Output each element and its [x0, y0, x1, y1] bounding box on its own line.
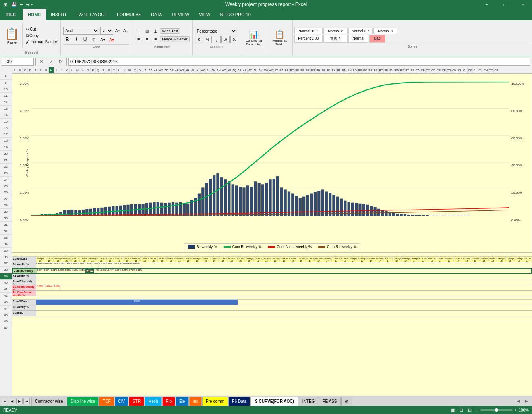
normal-12-2-style[interactable]: Normal 12 2 — [294, 28, 323, 34]
accounting-btn[interactable]: $ — [195, 36, 203, 43]
tab-integ[interactable]: INTEG — [299, 397, 319, 406]
format-painter-button[interactable]: 🖌 Format Painter — [24, 39, 59, 44]
borders-button[interactable]: ⊞ — [90, 35, 98, 44]
sheet-scroll-next[interactable]: ▶ — [16, 398, 23, 404]
zoom-minus-btn[interactable]: − — [476, 408, 479, 412]
bad-style[interactable]: Bad — [369, 35, 385, 43]
undo-qat-btn[interactable]: ↩ — [19, 2, 24, 7]
normal-style[interactable]: Normal — [348, 35, 368, 43]
col-header-AI: AI — [190, 67, 195, 73]
merge-center-btn[interactable]: Merge & Center — [160, 36, 190, 42]
view-tab[interactable]: VIEW — [194, 9, 215, 20]
insert-function-btn[interactable]: fx — [57, 58, 65, 66]
increase-font-btn[interactable]: A↑ — [114, 27, 121, 34]
tab-contractor-wise[interactable]: Contractor wise — [31, 397, 66, 406]
align-right-btn[interactable]: ≡ — [151, 35, 159, 43]
comma-btn[interactable]: , — [213, 36, 221, 43]
col-header-AN: AN — [216, 67, 221, 73]
font-size-select[interactable]: 7 — [100, 27, 113, 35]
tab-dispiline-wise[interactable]: Dispiline wise — [67, 397, 99, 406]
normal-2-7-style[interactable]: Normal 2 7 — [348, 28, 373, 34]
zoom-plus-btn[interactable]: + — [514, 408, 517, 412]
normal-8-style[interactable]: Normal 8 — [373, 28, 397, 34]
tab-mech[interactable]: Mech — [145, 397, 161, 406]
redo-qat-btn[interactable]: ↪ — [25, 2, 30, 7]
zoom-control[interactable]: − + 100% — [476, 408, 529, 412]
decrease-font-btn[interactable]: A↓ — [122, 27, 129, 34]
scroll-right-btn[interactable]: ► — [524, 398, 529, 404]
sheet-scroll-prev[interactable]: ◀ — [9, 398, 15, 404]
align-bottom-btn[interactable]: ⊥ — [151, 27, 159, 35]
align-left-btn[interactable]: ≡ — [135, 35, 143, 43]
sheet-scroll-last[interactable]: ⇥ — [23, 398, 30, 404]
col-header-AP: AP — [227, 67, 232, 73]
col-header-AB: AB — [153, 67, 159, 73]
fill-color-button[interactable]: A▾ — [99, 35, 107, 44]
cut-button[interactable]: ✂ Cut — [24, 27, 59, 32]
underline-button[interactable]: U — [81, 35, 89, 44]
view-page-layout-btn[interactable]: ⊟ — [460, 408, 463, 413]
nitro-tab[interactable]: NITRO PRO 10 — [215, 9, 255, 20]
cancel-formula-btn[interactable]: ✕ — [37, 58, 46, 66]
decrease-decimal-btn[interactable]: 0. — [230, 36, 238, 43]
tab-tcf[interactable]: TCF — [99, 397, 114, 406]
row-num-46: 46 — [0, 318, 12, 325]
align-top-btn[interactable]: ⊤ — [135, 27, 143, 35]
minimize-btn[interactable]: − — [478, 0, 496, 9]
tab-str[interactable]: STR — [129, 397, 144, 406]
paste-button[interactable]: 📋 Paste — [2, 23, 23, 48]
file-tab[interactable]: FILE — [0, 9, 23, 20]
tab-pip[interactable]: Pip — [162, 397, 175, 406]
svg-rect-114 — [433, 216, 436, 216]
svg-rect-52 — [201, 187, 204, 216]
add-sheet-btn[interactable]: ⊕ — [341, 397, 352, 406]
tab-p6-data[interactable]: P6 Data — [228, 397, 250, 406]
normal-cn-style[interactable]: 常规 2 — [323, 35, 348, 43]
col-header-BP: BP — [358, 67, 363, 73]
y-left-5: 5.00% — [20, 82, 29, 85]
increase-decimal-btn[interactable]: .0 — [221, 36, 230, 43]
tab-civ[interactable]: CIV — [115, 397, 129, 406]
maximize-btn[interactable]: □ — [496, 0, 514, 9]
bold-button[interactable]: B — [63, 35, 71, 44]
align-middle-btn[interactable]: ⊟ — [143, 27, 151, 35]
qat-dropdown[interactable]: ▾ — [31, 2, 33, 6]
tab-precomm[interactable]: Pre-comm — [202, 397, 228, 406]
scroll-left-btn[interactable]: ◄ — [516, 398, 521, 404]
row-num-17: 17 — [0, 131, 12, 138]
sheet-scroll-first[interactable]: ⇤ — [2, 398, 8, 404]
align-center-btn[interactable]: ≡ — [143, 35, 151, 43]
tab-ele[interactable]: Ele — [176, 397, 188, 406]
row-num-19: 19 — [0, 144, 12, 151]
italic-button[interactable]: I — [72, 35, 80, 44]
tab-re-ass[interactable]: RE ASS — [319, 397, 340, 406]
review-tab[interactable]: REVIEW — [167, 9, 194, 20]
confirm-formula-btn[interactable]: ✓ — [47, 58, 55, 66]
svg-rect-82 — [314, 192, 317, 216]
format-as-table-btn[interactable]: 📋 Format as Table — [269, 29, 291, 47]
name-box[interactable] — [2, 58, 34, 66]
percent-2-33-style[interactable]: Percent 2 33 — [294, 35, 323, 43]
close-btn[interactable]: × — [514, 0, 532, 9]
copy-button[interactable]: ⧉ Copy — [24, 33, 59, 38]
number-format-select[interactable]: Percentage — [195, 27, 237, 35]
col-header-AW: AW — [263, 67, 269, 73]
conditional-formatting-btn[interactable]: 📊 Conditional Formatting — [243, 29, 265, 47]
percent-btn[interactable]: % — [204, 36, 212, 43]
data-tab[interactable]: DATA — [146, 9, 167, 20]
formula-input[interactable] — [68, 58, 530, 66]
tab-ins[interactable]: Ins — [189, 397, 202, 406]
wrap-text-btn[interactable]: Wrap Text — [160, 28, 180, 34]
col-header-BU: BU — [384, 67, 389, 73]
view-normal-btn[interactable]: ▦ — [451, 408, 455, 413]
formulas-tab[interactable]: FORMULAS — [112, 9, 146, 20]
font-name-select[interactable]: Arial — [63, 27, 99, 35]
normal-2-style[interactable]: Normal 2 — [323, 28, 348, 34]
insert-tab[interactable]: INSERT — [46, 9, 72, 20]
view-page-break-btn[interactable]: ⊞ — [468, 408, 472, 413]
page-layout-tab[interactable]: PAGE LAYOUT — [72, 9, 112, 20]
save-qat-btn[interactable]: 💾 — [10, 2, 18, 7]
font-color-button[interactable]: A▾ — [108, 35, 116, 44]
tab-scurve-aoc[interactable]: S CURVE(FOR AOC) — [250, 397, 298, 406]
home-tab[interactable]: HOME — [23, 9, 46, 20]
